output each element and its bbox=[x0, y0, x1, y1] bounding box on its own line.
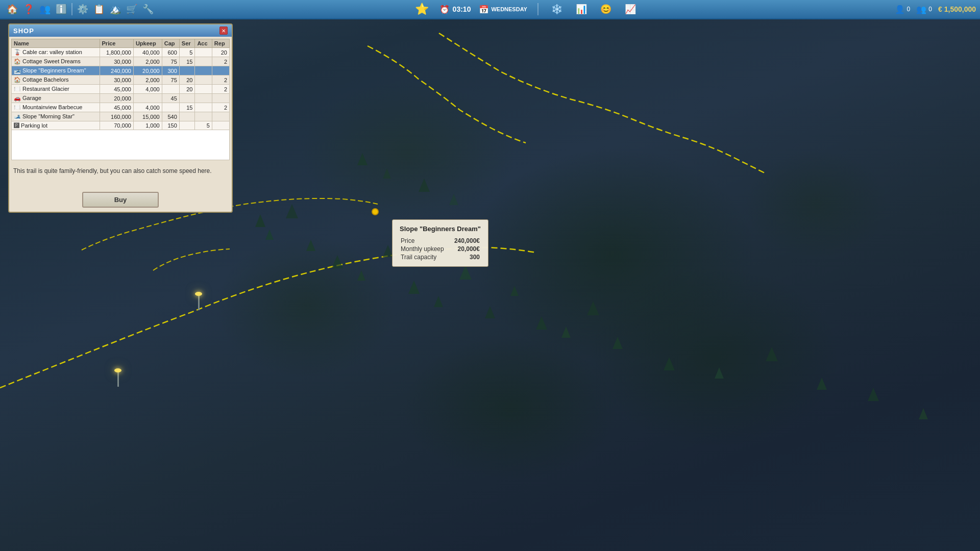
tooltip-row-capacity: Trail capacity 300 bbox=[400, 253, 481, 261]
time-value: 03:10 bbox=[453, 5, 471, 13]
shop-description: This trail is quite family-friendly, but… bbox=[9, 162, 232, 188]
star-icon[interactable]: ⭐ bbox=[412, 2, 431, 17]
shop-window: SHOP ✕ Name Price Upkeep Cap Ser Acc Rep… bbox=[8, 23, 233, 213]
cell-name: 🎿 Slope "Morning Star" bbox=[12, 112, 100, 121]
cell-rep: 20 bbox=[212, 48, 229, 57]
cell-rep bbox=[212, 121, 229, 130]
cell-upkeep: 1,000 bbox=[133, 121, 162, 130]
cell-rep: 2 bbox=[212, 103, 229, 112]
tooltip-label-price: Price bbox=[400, 237, 450, 245]
table-row[interactable]: 🏠 Cottage Bachelors 30,000 2,000 75 20 2 bbox=[12, 76, 230, 85]
trend-icon[interactable]: 📈 bbox=[622, 3, 639, 16]
people-icon[interactable]: 👥 bbox=[37, 3, 53, 16]
cell-upkeep: 4,000 bbox=[133, 85, 162, 94]
cell-ser: 15 bbox=[179, 57, 195, 66]
help-icon[interactable]: ❓ bbox=[20, 3, 37, 16]
separator-2 bbox=[537, 3, 538, 15]
cell-name: 🚡 Cable car: valley station bbox=[12, 48, 100, 57]
smiley-icon[interactable]: 😊 bbox=[598, 3, 614, 16]
cart-icon[interactable]: 🛒 bbox=[124, 3, 140, 16]
visitors-value: 0 bbox=[907, 6, 911, 13]
toolbar: 🏠 ❓ 👥 ℹ️ ⚙️ 📋 🏔️ 🛒 🔧 ⭐ ⏰ 03:10 📅 WEDNESD… bbox=[0, 0, 980, 19]
cell-upkeep: 2,000 bbox=[133, 76, 162, 85]
cell-name: 🍽️ Restaurant Glacier bbox=[12, 85, 100, 94]
cell-price: 20,000 bbox=[100, 94, 133, 103]
tooltip-label-upkeep: Monthly upkeep bbox=[400, 245, 450, 253]
info-icon[interactable]: ℹ️ bbox=[53, 3, 69, 16]
cell-acc bbox=[195, 94, 212, 103]
cell-rep bbox=[212, 94, 229, 103]
cell-price: 1,800,000 bbox=[100, 48, 133, 57]
table-row[interactable]: 🚡 Cable car: valley station 1,800,000 40… bbox=[12, 48, 230, 57]
tooltip-row-price: Price 240,000€ bbox=[400, 237, 481, 245]
item-icon: 🚡 bbox=[14, 49, 21, 55]
cell-ser bbox=[179, 66, 195, 76]
col-cap: Cap bbox=[162, 39, 179, 48]
tooltip-table: Price 240,000€ Monthly upkeep 20,000€ Tr… bbox=[400, 237, 481, 261]
home-icon[interactable]: 🏠 bbox=[4, 3, 20, 16]
map-marker[interactable] bbox=[372, 208, 379, 215]
wrench-icon[interactable]: 🔧 bbox=[140, 3, 156, 16]
visitors-stat: 👤 0 bbox=[895, 5, 911, 14]
col-acc: Acc bbox=[195, 39, 212, 48]
cell-acc bbox=[195, 48, 212, 57]
col-rep: Rep bbox=[212, 39, 229, 48]
shop-close-button[interactable]: ✕ bbox=[219, 27, 228, 35]
table-row[interactable]: 🎿 Slope "Beginners Dream" 240,000 20,000… bbox=[12, 66, 230, 76]
cell-name: 🏠 Cottage Bachelors bbox=[12, 76, 100, 85]
item-icon: 🚗 bbox=[14, 95, 21, 101]
list-icon[interactable]: 📋 bbox=[91, 3, 107, 16]
cell-price: 30,000 bbox=[100, 57, 133, 66]
cell-acc bbox=[195, 76, 212, 85]
cell-price: 45,000 bbox=[100, 85, 133, 94]
cell-upkeep: 4,000 bbox=[133, 103, 162, 112]
cell-cap: 75 bbox=[162, 57, 179, 66]
buy-button[interactable]: Buy bbox=[82, 192, 159, 208]
shop-titlebar: SHOP ✕ bbox=[9, 24, 232, 37]
cell-cap: 150 bbox=[162, 121, 179, 130]
bar-chart-icon[interactable]: 📊 bbox=[573, 3, 590, 16]
cell-upkeep: 15,000 bbox=[133, 112, 162, 121]
cell-name: 🅿 Parking lot bbox=[12, 121, 100, 130]
table-row[interactable]: 🚗 Garage 20,000 45 bbox=[12, 94, 230, 103]
table-row[interactable]: 🍽️ Mountainview Barbecue 45,000 4,000 15… bbox=[12, 103, 230, 112]
slope-tooltip: Slope "Beginners Dream" Price 240,000€ M… bbox=[392, 219, 488, 267]
item-icon: 🏠 bbox=[14, 77, 21, 83]
cell-rep bbox=[212, 66, 229, 76]
day-value: WEDNESDAY bbox=[491, 6, 527, 12]
cell-acc bbox=[195, 66, 212, 76]
money-stat: € 1,500,000 bbox=[938, 5, 976, 13]
item-icon: 🅿 bbox=[14, 122, 19, 129]
money-value: 1,500,000 bbox=[944, 5, 976, 13]
mountain-icon[interactable]: 🏔️ bbox=[107, 3, 124, 16]
cell-price: 45,000 bbox=[100, 103, 133, 112]
item-icon: 🎿 bbox=[14, 67, 21, 73]
cell-acc bbox=[195, 112, 212, 121]
table-row[interactable]: 🅿 Parking lot 70,000 1,000 150 5 bbox=[12, 121, 230, 130]
employees-value: 0 bbox=[928, 6, 932, 13]
cell-price: 30,000 bbox=[100, 76, 133, 85]
currency-symbol: € bbox=[938, 5, 942, 13]
cell-ser bbox=[179, 94, 195, 103]
toolbar-center: ⭐ ⏰ 03:10 📅 WEDNESDAY ❄️ 📊 😊 📈 bbox=[156, 2, 895, 17]
tooltip-label-capacity: Trail capacity bbox=[400, 253, 450, 261]
cell-upkeep: 40,000 bbox=[133, 48, 162, 57]
cell-name: 🍽️ Mountainview Barbecue bbox=[12, 103, 100, 112]
col-name: Name bbox=[12, 39, 100, 48]
tooltip-row-upkeep: Monthly upkeep 20,000€ bbox=[400, 245, 481, 253]
snowflake-icon[interactable]: ❄️ bbox=[549, 3, 565, 16]
cell-ser bbox=[179, 121, 195, 130]
settings-icon[interactable]: ⚙️ bbox=[75, 3, 91, 16]
table-row[interactable]: 🏠 Cottage Sweet Dreams 30,000 2,000 75 1… bbox=[12, 57, 230, 66]
toolbar-right: 👤 0 👥 0 € 1,500,000 bbox=[895, 5, 976, 14]
cell-price: 240,000 bbox=[100, 66, 133, 76]
table-row[interactable]: 🎿 Slope "Morning Star" 160,000 15,000 54… bbox=[12, 112, 230, 121]
cell-cap bbox=[162, 103, 179, 112]
cell-ser: 20 bbox=[179, 76, 195, 85]
cell-upkeep: 2,000 bbox=[133, 57, 162, 66]
cell-cap: 600 bbox=[162, 48, 179, 57]
cell-ser: 15 bbox=[179, 103, 195, 112]
table-row[interactable]: 🍽️ Restaurant Glacier 45,000 4,000 20 2 bbox=[12, 85, 230, 94]
tooltip-title: Slope "Beginners Dream" bbox=[400, 225, 481, 233]
empty-area bbox=[11, 130, 230, 160]
